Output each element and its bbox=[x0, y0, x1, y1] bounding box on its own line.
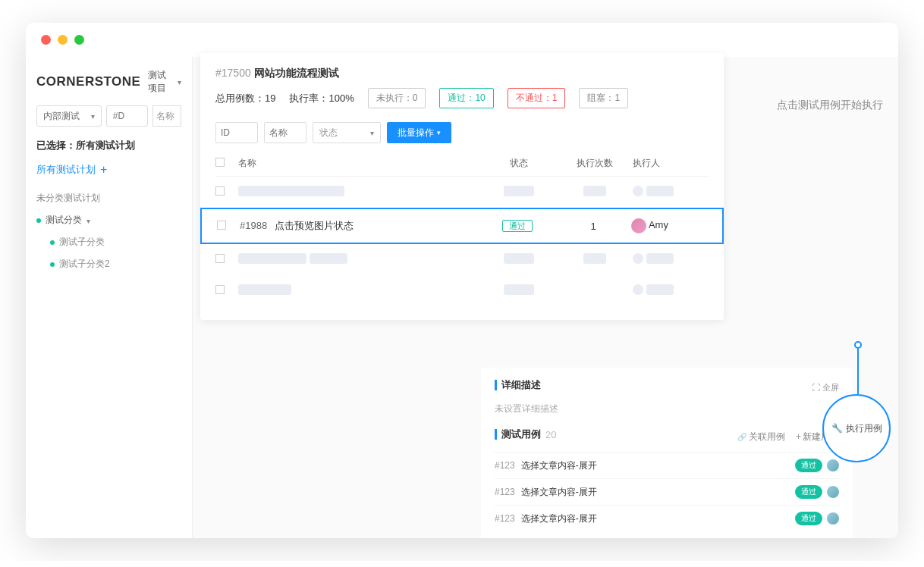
avatar bbox=[631, 218, 646, 233]
fullscreen-button[interactable]: ⛶ 全屏 bbox=[812, 382, 839, 393]
filter-id[interactable] bbox=[215, 122, 258, 143]
execute-case-callout[interactable]: 🔧执行用例 bbox=[822, 394, 891, 462]
sidebar: CORNERSTONE 测试项目 内部测试 名称 已选择：所有测试计划 所有测试… bbox=[26, 57, 193, 538]
case-list-item[interactable]: #123选择文章内容-展开 通过 bbox=[495, 505, 839, 531]
maximize-icon[interactable] bbox=[74, 35, 84, 45]
main-area: 点击测试用例开始执行 #17500 网站功能流程测试 总用例数：19 执行率：1… bbox=[193, 57, 898, 538]
detail-empty-text: 未设置详细描述 bbox=[495, 403, 839, 415]
category-child-1[interactable]: 测试子分类 bbox=[36, 231, 181, 253]
close-icon[interactable] bbox=[41, 35, 51, 45]
case-list-item[interactable]: #123选择文章内容-展开 通过 bbox=[495, 478, 839, 505]
badge-pass: 通过：10 bbox=[439, 88, 493, 108]
test-panel: #17500 网站功能流程测试 总用例数：19 执行率：100% 未执行：0 通… bbox=[200, 53, 724, 320]
callout-line bbox=[857, 349, 859, 394]
brand-logo: CORNERSTONE bbox=[36, 74, 140, 89]
badge-block: 阻塞：1 bbox=[579, 88, 628, 108]
project-selector[interactable]: 测试项目 bbox=[148, 69, 181, 95]
bullet-icon bbox=[50, 262, 55, 267]
filter-name[interactable] bbox=[264, 122, 306, 143]
total-cases: 总用例数：19 bbox=[215, 92, 275, 105]
filter-id-input[interactable] bbox=[106, 105, 148, 127]
case-list-item[interactable]: #123选择文章内容-展开 通过 bbox=[495, 452, 839, 478]
empty-state-hint: 点击测试用例开始执行 bbox=[777, 99, 883, 112]
minimize-icon[interactable] bbox=[58, 35, 68, 45]
row-checkbox[interactable] bbox=[215, 186, 225, 196]
selected-plan-label: 已选择：所有测试计划 bbox=[36, 139, 181, 152]
row-checkbox[interactable] bbox=[217, 221, 226, 230]
detail-section: 详细描述 ⛶ 全屏 未设置详细描述 测试用例 20 关联用例 新建用例 #123… bbox=[481, 368, 853, 538]
window-titlebar bbox=[26, 23, 898, 57]
badge-not-run: 未执行：0 bbox=[368, 88, 426, 108]
link-icon bbox=[737, 431, 746, 442]
link-case-button[interactable]: 关联用例 bbox=[737, 431, 785, 443]
status-tag: 通过 bbox=[502, 220, 533, 232]
table-header: 名称 状态 执行次数 执行人 bbox=[215, 151, 709, 177]
callout-anchor-icon bbox=[854, 341, 862, 349]
table-row[interactable] bbox=[215, 177, 709, 208]
table-row-selected[interactable]: #1988点击预览图片状态 通过 1 Amy bbox=[200, 208, 724, 244]
bullet-icon bbox=[36, 218, 41, 223]
bullet-icon bbox=[50, 240, 55, 245]
uncategorized-plans[interactable]: 未分类测试计划 bbox=[36, 187, 181, 209]
panel-title: #17500 网站功能流程测试 bbox=[215, 67, 709, 80]
add-plan-icon[interactable]: + bbox=[100, 163, 107, 177]
app-window: CORNERSTONE 测试项目 内部测试 名称 已选择：所有测试计划 所有测试… bbox=[26, 23, 898, 538]
wrench-icon: 🔧 bbox=[831, 423, 843, 434]
category-child-2[interactable]: 测试子分类2 bbox=[36, 253, 181, 275]
exec-rate: 执行率：100% bbox=[289, 92, 354, 105]
avatar bbox=[827, 486, 839, 498]
table-row[interactable] bbox=[215, 275, 709, 306]
batch-action-button[interactable]: 批量操作▾ bbox=[387, 122, 451, 143]
row-checkbox[interactable] bbox=[215, 254, 225, 263]
badge-fail: 不通过：1 bbox=[508, 88, 566, 108]
select-all-checkbox[interactable] bbox=[215, 158, 225, 167]
filter-scope-select[interactable]: 内部测试 bbox=[36, 105, 102, 127]
avatar bbox=[827, 459, 839, 471]
filter-status-select[interactable]: 状态 bbox=[313, 122, 381, 143]
row-checkbox[interactable] bbox=[215, 285, 225, 294]
filter-name-input[interactable]: 名称 bbox=[152, 105, 181, 127]
avatar bbox=[827, 512, 839, 525]
chevron-down-icon bbox=[86, 215, 90, 226]
category-parent[interactable]: 测试分类 bbox=[36, 209, 181, 231]
table-row[interactable] bbox=[215, 244, 709, 275]
plus-icon bbox=[796, 431, 803, 442]
all-plans-link[interactable]: 所有测试计划+ bbox=[36, 163, 181, 177]
